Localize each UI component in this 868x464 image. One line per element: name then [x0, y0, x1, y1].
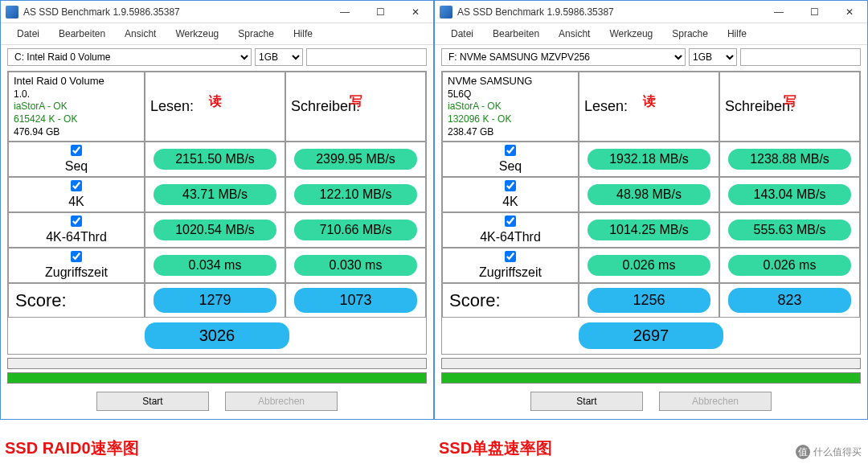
access-read: 0.026 ms: [588, 255, 710, 276]
minimize-button[interactable]: —: [327, 1, 362, 23]
score-write: 823: [728, 288, 851, 313]
seq-read: 2151.50 MB/s: [154, 149, 276, 170]
drive-select[interactable]: F: NVMe SAMSUNG MZVPV256: [441, 48, 686, 66]
window-title: AS SSD Benchmark 1.9.5986.35387: [23, 6, 327, 18]
minimize-button[interactable]: —: [761, 1, 796, 23]
menu-ansicht[interactable]: Ansicht: [115, 27, 166, 41]
4k64-row: 4K-64Thrd: [442, 212, 579, 248]
watermark-icon: 值: [796, 445, 810, 459]
seq-row: Seq: [8, 142, 145, 177]
size-select[interactable]: 1GB: [255, 48, 303, 66]
4k64-read: 1014.25 MB/s: [588, 220, 710, 240]
maximize-button[interactable]: ☐: [796, 1, 832, 23]
seq-row: Seq: [442, 142, 579, 177]
4k-read: 43.71 MB/s: [154, 184, 276, 205]
write-header: Schreiben:写: [285, 72, 426, 142]
access-write: 0.026 ms: [728, 255, 851, 276]
caption-right: SSD单盘速率图: [439, 437, 552, 459]
cancel-button: Abbrechen: [659, 392, 772, 411]
menu-sprache[interactable]: Sprache: [228, 27, 284, 41]
menu-datei[interactable]: Datei: [441, 27, 483, 41]
access-checkbox[interactable]: [71, 251, 82, 262]
total-score: 2697: [579, 322, 723, 349]
start-button[interactable]: Start: [530, 392, 643, 411]
progress-bar-2: [7, 372, 427, 384]
dual-window-container: AS SSD Benchmark 1.9.5986.35387 — ☐ ✕ Da…: [0, 0, 868, 420]
progress-bar-1: [441, 358, 861, 369]
titlebar[interactable]: AS SSD Benchmark 1.9.5986.35387 — ☐ ✕: [1, 1, 433, 23]
close-button[interactable]: ✕: [832, 1, 867, 23]
drive-info: NVMe SAMSUNG 5L6Q iaStorA - OK 132096 K …: [442, 72, 579, 142]
results-grid: NVMe SAMSUNG 5L6Q iaStorA - OK 132096 K …: [441, 71, 861, 355]
seq-checkbox[interactable]: [71, 145, 82, 156]
drive-select[interactable]: C: Intel Raid 0 Volume: [7, 48, 252, 66]
write-header: Schreiben:写: [719, 72, 860, 142]
menu-werkzeug[interactable]: Werkzeug: [166, 27, 228, 41]
menu-bearbeiten[interactable]: Bearbeiten: [49, 27, 115, 41]
selector-row: F: NVMe SAMSUNG MZVPV256 1GB: [435, 45, 867, 69]
4k-read: 48.98 MB/s: [588, 184, 710, 205]
menubar: Datei Bearbeiten Ansicht Werkzeug Sprach…: [435, 23, 867, 45]
extra-input[interactable]: [306, 48, 427, 66]
watermark: 值什么值得买: [796, 445, 862, 459]
4k-checkbox[interactable]: [71, 180, 82, 191]
benchmark-window-left: AS SSD Benchmark 1.9.5986.35387 — ☐ ✕ Da…: [0, 0, 434, 420]
seq-write: 1238.88 MB/s: [728, 149, 851, 170]
access-row: Zugriffszeit: [8, 248, 145, 283]
seq-checkbox[interactable]: [505, 145, 516, 156]
titlebar[interactable]: AS SSD Benchmark 1.9.5986.35387 — ☐ ✕: [435, 1, 867, 23]
app-icon: [440, 6, 452, 18]
score-label: Score:: [442, 283, 579, 318]
menu-ansicht[interactable]: Ansicht: [549, 27, 600, 41]
access-write: 0.030 ms: [294, 255, 417, 276]
4k64-write: 555.63 MB/s: [728, 220, 851, 240]
window-controls: — ☐ ✕: [761, 1, 867, 23]
progress-bar-2: [441, 372, 861, 384]
score-read: 1256: [588, 288, 710, 313]
window-title: AS SSD Benchmark 1.9.5986.35387: [457, 6, 761, 18]
close-button[interactable]: ✕: [398, 1, 433, 23]
button-row: Start Abbrechen: [1, 387, 433, 419]
selector-row: C: Intel Raid 0 Volume 1GB: [1, 45, 433, 69]
menubar: Datei Bearbeiten Ansicht Werkzeug Sprach…: [1, 23, 433, 45]
access-checkbox[interactable]: [505, 251, 516, 262]
4k-row: 4K: [8, 177, 145, 212]
4k64-checkbox[interactable]: [505, 216, 516, 227]
seq-write: 2399.95 MB/s: [294, 149, 417, 170]
access-row: Zugriffszeit: [442, 248, 579, 283]
maximize-button[interactable]: ☐: [362, 1, 398, 23]
menu-hilfe[interactable]: Hilfe: [284, 27, 322, 41]
drive-info: Intel Raid 0 Volume 1.0. iaStorA - OK 61…: [8, 72, 145, 142]
app-icon: [6, 6, 18, 18]
caption-left: SSD RAID0速率图: [5, 437, 139, 459]
seq-read: 1932.18 MB/s: [588, 149, 710, 170]
total-row: 3026: [8, 318, 426, 354]
menu-werkzeug[interactable]: Werkzeug: [600, 27, 662, 41]
read-header: Lesen:读: [145, 72, 285, 142]
size-select[interactable]: 1GB: [689, 48, 737, 66]
4k64-row: 4K-64Thrd: [8, 212, 145, 248]
4k-checkbox[interactable]: [505, 180, 516, 191]
total-row: 2697: [442, 318, 860, 354]
score-label: Score:: [8, 283, 145, 318]
menu-datei[interactable]: Datei: [7, 27, 49, 41]
progress-bar-1: [7, 358, 427, 369]
read-header: Lesen:读: [579, 72, 719, 142]
score-write: 1073: [294, 288, 417, 313]
menu-bearbeiten[interactable]: Bearbeiten: [483, 27, 549, 41]
total-score: 3026: [145, 322, 289, 349]
start-button[interactable]: Start: [96, 392, 209, 411]
access-read: 0.034 ms: [154, 255, 276, 276]
menu-hilfe[interactable]: Hilfe: [718, 27, 756, 41]
4k-row: 4K: [442, 177, 579, 212]
results-grid: Intel Raid 0 Volume 1.0. iaStorA - OK 61…: [7, 71, 427, 355]
score-read: 1279: [154, 288, 276, 313]
extra-input[interactable]: [740, 48, 861, 66]
4k64-read: 1020.54 MB/s: [154, 220, 276, 240]
cancel-button: Abbrechen: [225, 392, 338, 411]
4k64-checkbox[interactable]: [71, 216, 82, 227]
4k-write: 122.10 MB/s: [294, 184, 417, 205]
menu-sprache[interactable]: Sprache: [662, 27, 718, 41]
4k-write: 143.04 MB/s: [728, 184, 851, 205]
4k64-write: 710.66 MB/s: [294, 220, 417, 240]
